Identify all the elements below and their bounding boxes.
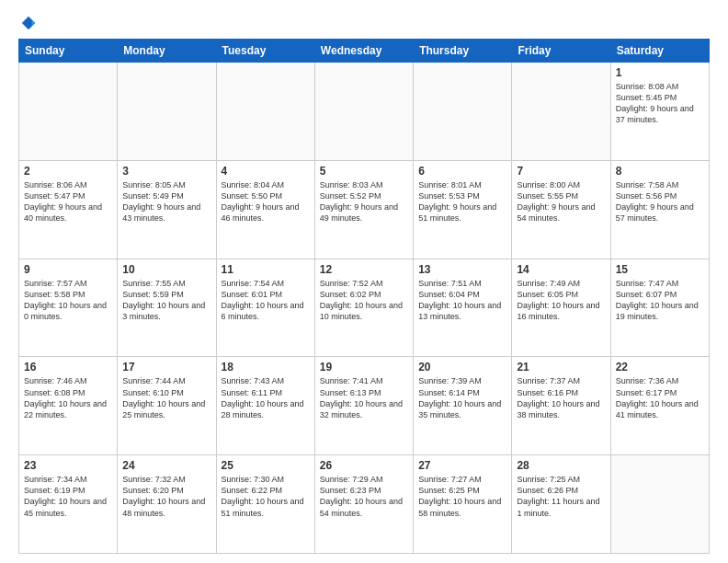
day-info: Sunrise: 7:41 AM Sunset: 6:13 PM Dayligh… <box>320 375 408 420</box>
day-cell: 28Sunrise: 7:25 AM Sunset: 6:26 PM Dayli… <box>512 455 610 554</box>
day-info: Sunrise: 7:29 AM Sunset: 6:23 PM Dayligh… <box>320 474 408 519</box>
day-header-saturday: Saturday <box>610 40 709 63</box>
calendar-page: SundayMondayTuesdayWednesdayThursdayFrid… <box>0 0 728 563</box>
day-header-wednesday: Wednesday <box>314 40 413 63</box>
day-info: Sunrise: 7:39 AM Sunset: 6:14 PM Dayligh… <box>418 375 506 420</box>
day-cell: 26Sunrise: 7:29 AM Sunset: 6:23 PM Dayli… <box>314 455 413 554</box>
day-cell: 19Sunrise: 7:41 AM Sunset: 6:13 PM Dayli… <box>314 357 413 455</box>
day-cell: 22Sunrise: 7:36 AM Sunset: 6:17 PM Dayli… <box>610 357 709 455</box>
day-info: Sunrise: 7:44 AM Sunset: 6:10 PM Dayligh… <box>122 375 210 420</box>
day-cell: 23Sunrise: 7:34 AM Sunset: 6:19 PM Dayli… <box>19 455 118 554</box>
day-info: Sunrise: 7:49 AM Sunset: 6:05 PM Dayligh… <box>517 278 605 323</box>
day-cell: 13Sunrise: 7:51 AM Sunset: 6:04 PM Dayli… <box>414 259 512 357</box>
header <box>18 15 710 31</box>
day-cell: 11Sunrise: 7:54 AM Sunset: 6:01 PM Dayli… <box>216 259 314 357</box>
day-number: 7 <box>517 165 605 178</box>
day-info: Sunrise: 8:05 AM Sunset: 5:49 PM Dayligh… <box>122 179 210 224</box>
day-cell: 10Sunrise: 7:55 AM Sunset: 5:59 PM Dayli… <box>118 259 216 357</box>
day-info: Sunrise: 7:54 AM Sunset: 6:01 PM Dayligh… <box>222 278 310 323</box>
day-info: Sunrise: 8:04 AM Sunset: 5:50 PM Dayligh… <box>222 179 310 224</box>
day-cell <box>314 63 413 161</box>
day-number: 24 <box>122 459 210 472</box>
day-number: 26 <box>320 459 408 472</box>
day-number: 21 <box>517 361 605 373</box>
day-cell: 18Sunrise: 7:43 AM Sunset: 6:11 PM Dayli… <box>216 357 314 455</box>
day-header-monday: Monday <box>118 40 216 63</box>
day-number: 23 <box>24 459 112 472</box>
day-cell: 2Sunrise: 8:06 AM Sunset: 5:47 PM Daylig… <box>19 160 118 259</box>
day-number: 17 <box>122 361 210 373</box>
day-cell <box>512 63 610 161</box>
day-cell: 7Sunrise: 8:00 AM Sunset: 5:55 PM Daylig… <box>512 160 610 259</box>
day-number: 15 <box>616 263 704 276</box>
day-cell: 16Sunrise: 7:46 AM Sunset: 6:08 PM Dayli… <box>19 357 118 455</box>
day-number: 16 <box>24 361 112 373</box>
day-info: Sunrise: 8:08 AM Sunset: 5:45 PM Dayligh… <box>616 81 704 126</box>
week-row-1: 1Sunrise: 8:08 AM Sunset: 5:45 PM Daylig… <box>19 63 710 161</box>
day-cell: 6Sunrise: 8:01 AM Sunset: 5:53 PM Daylig… <box>414 160 512 259</box>
day-number: 4 <box>222 165 310 178</box>
day-info: Sunrise: 7:55 AM Sunset: 5:59 PM Dayligh… <box>122 278 210 323</box>
day-info: Sunrise: 7:46 AM Sunset: 6:08 PM Dayligh… <box>24 375 112 420</box>
day-number: 12 <box>320 263 408 276</box>
week-row-4: 16Sunrise: 7:46 AM Sunset: 6:08 PM Dayli… <box>19 357 710 455</box>
calendar-header-row: SundayMondayTuesdayWednesdayThursdayFrid… <box>19 40 710 63</box>
day-info: Sunrise: 7:32 AM Sunset: 6:20 PM Dayligh… <box>122 474 210 519</box>
day-number: 5 <box>320 165 408 178</box>
day-number: 19 <box>320 361 408 373</box>
logo <box>18 15 37 31</box>
day-number: 18 <box>222 361 310 373</box>
day-cell: 17Sunrise: 7:44 AM Sunset: 6:10 PM Dayli… <box>118 357 216 455</box>
day-number: 3 <box>122 165 210 178</box>
day-number: 1 <box>616 66 704 79</box>
day-number: 9 <box>24 263 112 276</box>
day-header-sunday: Sunday <box>19 40 118 63</box>
day-cell: 14Sunrise: 7:49 AM Sunset: 6:05 PM Dayli… <box>512 259 610 357</box>
day-number: 28 <box>517 459 605 472</box>
day-number: 10 <box>122 263 210 276</box>
day-cell: 24Sunrise: 7:32 AM Sunset: 6:20 PM Dayli… <box>118 455 216 554</box>
day-info: Sunrise: 7:37 AM Sunset: 6:16 PM Dayligh… <box>517 375 605 420</box>
day-cell: 20Sunrise: 7:39 AM Sunset: 6:14 PM Dayli… <box>414 357 512 455</box>
day-info: Sunrise: 8:06 AM Sunset: 5:47 PM Dayligh… <box>24 179 112 224</box>
logo-icon <box>20 15 37 31</box>
day-cell: 25Sunrise: 7:30 AM Sunset: 6:22 PM Dayli… <box>216 455 314 554</box>
day-cell <box>610 455 709 554</box>
day-info: Sunrise: 7:36 AM Sunset: 6:17 PM Dayligh… <box>616 375 704 420</box>
day-info: Sunrise: 7:47 AM Sunset: 6:07 PM Dayligh… <box>616 278 704 323</box>
day-cell: 4Sunrise: 8:04 AM Sunset: 5:50 PM Daylig… <box>216 160 314 259</box>
day-header-tuesday: Tuesday <box>216 40 314 63</box>
day-info: Sunrise: 7:27 AM Sunset: 6:25 PM Dayligh… <box>418 474 506 519</box>
calendar-table: SundayMondayTuesdayWednesdayThursdayFrid… <box>18 39 710 554</box>
day-cell: 5Sunrise: 8:03 AM Sunset: 5:52 PM Daylig… <box>314 160 413 259</box>
day-info: Sunrise: 7:25 AM Sunset: 6:26 PM Dayligh… <box>517 474 605 519</box>
day-info: Sunrise: 8:01 AM Sunset: 5:53 PM Dayligh… <box>418 179 506 224</box>
day-cell: 15Sunrise: 7:47 AM Sunset: 6:07 PM Dayli… <box>610 259 709 357</box>
week-row-2: 2Sunrise: 8:06 AM Sunset: 5:47 PM Daylig… <box>19 160 710 259</box>
day-number: 22 <box>616 361 704 373</box>
day-info: Sunrise: 7:30 AM Sunset: 6:22 PM Dayligh… <box>222 474 310 519</box>
day-cell <box>216 63 314 161</box>
day-cell: 21Sunrise: 7:37 AM Sunset: 6:16 PM Dayli… <box>512 357 610 455</box>
day-info: Sunrise: 7:57 AM Sunset: 5:58 PM Dayligh… <box>24 278 112 323</box>
day-header-friday: Friday <box>512 40 610 63</box>
day-info: Sunrise: 8:03 AM Sunset: 5:52 PM Dayligh… <box>320 179 408 224</box>
day-cell: 8Sunrise: 7:58 AM Sunset: 5:56 PM Daylig… <box>610 160 709 259</box>
day-info: Sunrise: 7:52 AM Sunset: 6:02 PM Dayligh… <box>320 278 408 323</box>
day-info: Sunrise: 8:00 AM Sunset: 5:55 PM Dayligh… <box>517 179 605 224</box>
day-cell <box>118 63 216 161</box>
day-cell <box>414 63 512 161</box>
week-row-3: 9Sunrise: 7:57 AM Sunset: 5:58 PM Daylig… <box>19 259 710 357</box>
day-number: 27 <box>418 459 506 472</box>
week-row-5: 23Sunrise: 7:34 AM Sunset: 6:19 PM Dayli… <box>19 455 710 554</box>
day-cell: 12Sunrise: 7:52 AM Sunset: 6:02 PM Dayli… <box>314 259 413 357</box>
day-number: 11 <box>222 263 310 276</box>
day-number: 2 <box>24 165 112 178</box>
day-number: 20 <box>418 361 506 373</box>
day-cell: 27Sunrise: 7:27 AM Sunset: 6:25 PM Dayli… <box>414 455 512 554</box>
day-number: 8 <box>616 165 704 178</box>
day-info: Sunrise: 7:51 AM Sunset: 6:04 PM Dayligh… <box>418 278 506 323</box>
day-number: 13 <box>418 263 506 276</box>
day-info: Sunrise: 7:58 AM Sunset: 5:56 PM Dayligh… <box>616 179 704 224</box>
day-number: 25 <box>222 459 310 472</box>
